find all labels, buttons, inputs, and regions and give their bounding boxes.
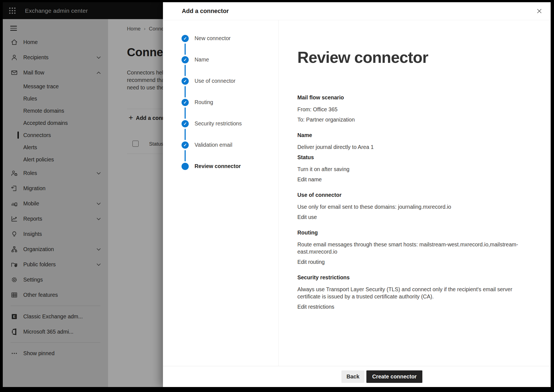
section-line: Turn it on after saving: [297, 166, 519, 173]
section-heading: Routing: [297, 229, 519, 236]
review-section-use-of-connector: Use of connectorUse only for email sent …: [297, 191, 519, 221]
check-icon: [182, 56, 189, 63]
close-button[interactable]: [535, 6, 544, 16]
review-section-routing: RoutingRoute email messages through thes…: [297, 229, 519, 265]
wizard-step-validation-email[interactable]: Validation email: [182, 134, 278, 156]
review-section-status: StatusTurn it on after savingEdit name: [297, 154, 519, 183]
review-section-security-restrictions: Security restrictionsAlways use Transpor…: [297, 274, 519, 310]
back-button[interactable]: Back: [341, 370, 364, 383]
add-connector-panel: Add a connector New connectorNameUse of …: [163, 2, 551, 387]
section-heading: Mail flow scenario: [297, 94, 519, 101]
review-group: Use of connectorUse only for email sent …: [297, 191, 519, 221]
review-group: RoutingRoute email messages through thes…: [297, 229, 519, 265]
app-window: Exchange admin center HomeRecipientsMail…: [3, 2, 551, 387]
check-icon: [182, 99, 189, 106]
wizard-step-label: Security restrictions: [195, 120, 242, 127]
panel-title: Add a connector: [182, 8, 229, 15]
edit-link-edit-routing[interactable]: Edit routing: [297, 258, 519, 265]
edit-link-edit-restrictions[interactable]: Edit restrictions: [297, 303, 519, 310]
wizard-stepper-column: New connectorNameUse of connectorRouting…: [163, 20, 279, 366]
check-icon: [182, 120, 189, 127]
edit-link-edit-name[interactable]: Edit name: [297, 176, 519, 183]
wizard-step-security-restrictions[interactable]: Security restrictions: [182, 113, 278, 134]
check-icon: [182, 141, 189, 149]
panel-body: New connectorNameUse of connectorRouting…: [163, 20, 551, 366]
review-group: Mail flow scenarioFrom: Office 365To: Pa…: [297, 94, 519, 123]
section-line: Route email messages through these smart…: [297, 241, 519, 255]
panel-header: Add a connector: [163, 2, 551, 20]
wizard-step-label: Validation email: [195, 142, 232, 148]
section-heading: Security restrictions: [297, 274, 519, 281]
wizard-step-label: Use of connector: [195, 78, 235, 84]
wizard-step-use-of-connector[interactable]: Use of connector: [182, 70, 278, 92]
section-line: Always use Transport Layer Security (TLS…: [297, 286, 519, 300]
section-heading: Name: [297, 131, 519, 139]
review-section-name: NameDeliver journal directly to Area 1: [297, 131, 519, 151]
section-heading: Status: [297, 154, 519, 161]
section-heading: Use of connector: [297, 191, 519, 198]
create-connector-button[interactable]: Create connector: [366, 370, 422, 383]
wizard-step-review-connector[interactable]: Review connector: [182, 156, 278, 177]
check-icon: [182, 78, 189, 85]
review-content: Review connector Mail flow scenarioFrom:…: [279, 20, 551, 366]
screenshot-frame: Exchange admin center HomeRecipientsMail…: [0, 0, 554, 392]
review-group: Security restrictionsAlways use Transpor…: [297, 274, 519, 310]
wizard-step-new-connector[interactable]: New connector: [182, 28, 278, 49]
wizard-step-label: New connector: [195, 35, 231, 42]
check-icon: [182, 35, 189, 42]
wizard-step-label: Review connector: [195, 163, 241, 169]
wizard-step-label: Routing: [195, 99, 213, 105]
review-heading: Review connector: [297, 48, 551, 66]
review-sections: Mail flow scenarioFrom: Office 365To: Pa…: [297, 94, 551, 310]
edit-link-edit-use[interactable]: Edit use: [297, 213, 519, 221]
wizard-step-name[interactable]: Name: [182, 49, 278, 70]
wizard-stepper: New connectorNameUse of connectorRouting…: [182, 28, 278, 177]
section-line: From: Office 365: [297, 106, 519, 113]
current-step-dot: [182, 163, 189, 170]
review-group: NameDeliver journal directly to Area 1St…: [297, 131, 519, 183]
section-line: To: Partner organization: [297, 116, 519, 123]
section-line: Deliver journal directly to Area 1: [297, 143, 519, 151]
panel-footer: Back Create connector: [163, 366, 551, 387]
review-section-mail-flow-scenario: Mail flow scenarioFrom: Office 365To: Pa…: [297, 94, 519, 123]
wizard-step-label: Name: [195, 56, 209, 63]
section-line: Use only for email sent to these domains…: [297, 203, 519, 210]
close-icon: [536, 8, 542, 14]
wizard-step-routing[interactable]: Routing: [182, 92, 278, 113]
